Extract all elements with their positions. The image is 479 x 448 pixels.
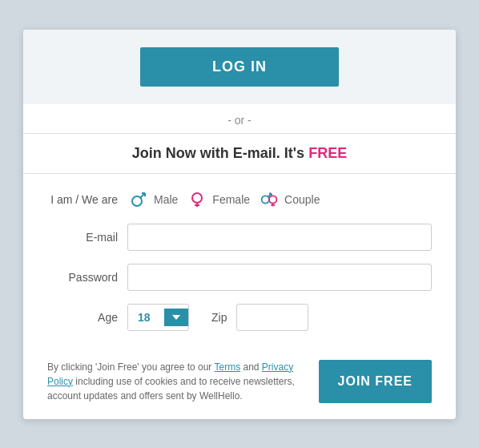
gender-row: I am / We are Male <box>47 188 432 211</box>
password-row: Password <box>47 264 432 291</box>
female-label: Female <box>212 193 250 206</box>
form-section: I am / We are Male <box>23 174 456 360</box>
join-title: Join Now with E-mail. It's FREE <box>23 134 456 174</box>
couple-icon <box>258 188 280 211</box>
chevron-down-icon <box>172 315 180 320</box>
gender-options: Male Female <box>127 188 320 211</box>
join-title-main: Join Now with E-mail. It's <box>132 145 308 161</box>
zip-input[interactable]: 10001 <box>236 304 308 331</box>
gender-option-female[interactable]: Female <box>186 188 250 211</box>
email-input[interactable] <box>127 224 432 251</box>
female-icon <box>186 188 208 211</box>
male-icon <box>127 188 150 211</box>
couple-label: Couple <box>284 193 320 206</box>
or-divider: - or - <box>23 104 456 134</box>
age-zip-row: Age 18 Zip 10001 <box>47 304 432 331</box>
gender-label: I am / We are <box>47 193 127 206</box>
age-value: 18 <box>128 305 164 330</box>
terms-middle: and <box>240 361 262 373</box>
terms-text: By clicking 'Join Free' you agree to our… <box>47 360 303 403</box>
email-row: E-mail <box>47 224 432 251</box>
bottom-section: By clicking 'Join Free' you agree to our… <box>23 360 456 419</box>
password-label: Password <box>47 271 127 284</box>
gender-option-couple[interactable]: Couple <box>258 188 320 211</box>
age-select-wrapper[interactable]: 18 <box>127 304 189 331</box>
login-section: LOG IN <box>23 30 456 104</box>
password-input[interactable] <box>127 264 432 291</box>
gender-option-male[interactable]: Male <box>127 188 178 211</box>
zip-label: Zip <box>211 311 236 324</box>
login-button[interactable]: LOG IN <box>140 47 339 87</box>
join-free-button[interactable]: JOIN FREE <box>319 360 432 403</box>
age-dropdown-button[interactable] <box>164 309 188 326</box>
male-label: Male <box>154 193 178 206</box>
terms-after: including use of cookies and to receive … <box>47 376 295 402</box>
svg-point-0 <box>132 196 142 206</box>
email-label: E-mail <box>47 231 127 244</box>
svg-point-4 <box>192 193 202 203</box>
svg-point-11 <box>269 196 276 203</box>
terms-link[interactable]: Terms <box>214 361 240 373</box>
terms-before: By clicking 'Join Free' you agree to our <box>47 361 214 373</box>
join-title-free: FREE <box>308 145 347 161</box>
age-label: Age <box>47 311 127 324</box>
main-card: LOG IN - or - Join Now with E-mail. It's… <box>23 30 456 419</box>
